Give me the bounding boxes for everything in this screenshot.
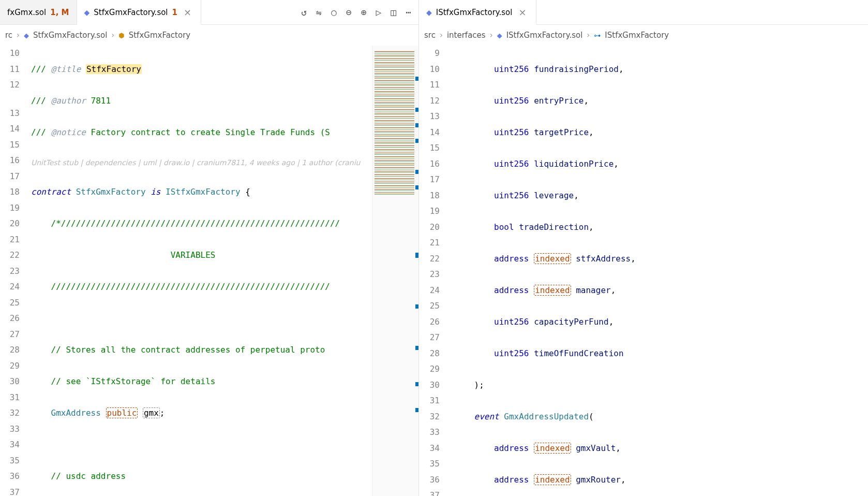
chevron-right-icon: › (111, 31, 114, 40)
ethereum-icon: ◆ (426, 8, 432, 17)
breadcrumb-seg: IStfxGmxFactory.sol (506, 31, 583, 40)
minimap-marker (415, 77, 418, 81)
minimap-marker (415, 253, 418, 258)
git-blame-annotation: UnitTest stub | dependencies | uml | dra… (29, 156, 372, 169)
breadcrumb[interactable]: rc › ◆ StfxGmxFactory.sol › ⬢ StfxGmxFac… (0, 25, 418, 46)
run-icon[interactable]: ▷ (376, 7, 381, 18)
breadcrumb-seg: src (424, 31, 436, 40)
tab-label: IStfxGmxFactory.sol (436, 8, 513, 17)
merge-icon[interactable]: ⊕ (361, 7, 367, 18)
minimap-marker (415, 185, 418, 189)
ethereum-icon: ◆ (497, 32, 502, 39)
tab-label: StfxGmxFactory.sol (94, 8, 168, 17)
code-editor[interactable]: uint256 fundraisingPeriod, uint256 entry… (452, 46, 868, 496)
tab-badge: 1, M (50, 8, 69, 17)
minimap-marker (415, 170, 418, 174)
chevron-right-icon: › (17, 31, 20, 40)
minimap-marker (415, 123, 418, 127)
line-gutter: 101112 131415161718192021222324252627282… (0, 46, 29, 496)
chevron-right-icon: › (587, 31, 590, 40)
tab-interface-file[interactable]: ◆ IStfxGmxFactory.sol × (419, 0, 536, 25)
ethereum-icon: ◆ (24, 32, 29, 39)
chevron-right-icon: › (440, 31, 443, 40)
code-editor[interactable]: /// @title StfxFactory /// @author 7811 … (29, 46, 372, 496)
minimap-marker (415, 304, 418, 309)
breadcrumb-seg: StfxGmxFactory.sol (33, 31, 107, 40)
minimap-marker (415, 108, 418, 112)
split-editor-icon[interactable]: ◫ (391, 7, 396, 18)
interface-icon: ⊶ (594, 32, 601, 39)
minimap-marker (415, 382, 418, 386)
class-icon: ⬢ (118, 32, 124, 39)
commit-icon[interactable]: ○ (331, 7, 337, 18)
branch-icon[interactable]: ⊖ (346, 7, 352, 18)
tab-label: fxGmx.sol (7, 8, 46, 17)
history-icon[interactable]: ↺ (301, 7, 307, 18)
minimap-marker (415, 139, 418, 143)
minimap-content (375, 50, 414, 195)
close-icon[interactable]: × (516, 7, 528, 18)
breadcrumb-seg: rc (5, 31, 12, 40)
breadcrumb[interactable]: src › interfaces › ◆ IStfxGmxFactory.sol… (419, 25, 868, 46)
tab-active-file[interactable]: ◆ StfxGmxFactory.sol 1 × (77, 0, 202, 25)
line-gutter: 9101112131415161718192021222324252627282… (419, 46, 452, 496)
git-compare-icon[interactable]: ⇋ (316, 7, 322, 18)
more-icon[interactable]: ⋯ (406, 7, 411, 18)
tab-badge: 1 (172, 8, 177, 17)
close-icon[interactable]: × (182, 7, 193, 18)
chevron-right-icon: › (490, 31, 493, 40)
ethereum-icon: ◆ (84, 8, 90, 17)
breadcrumb-seg: StfxGmxFactory (129, 31, 190, 40)
minimap[interactable] (372, 46, 418, 496)
breadcrumb-seg: interfaces (447, 31, 486, 40)
minimap-marker (415, 346, 418, 350)
minimap-marker (415, 408, 418, 412)
breadcrumb-seg: IStfxGmxFactory (605, 31, 669, 40)
tab-prev-file[interactable]: fxGmx.sol 1, M (0, 0, 77, 24)
